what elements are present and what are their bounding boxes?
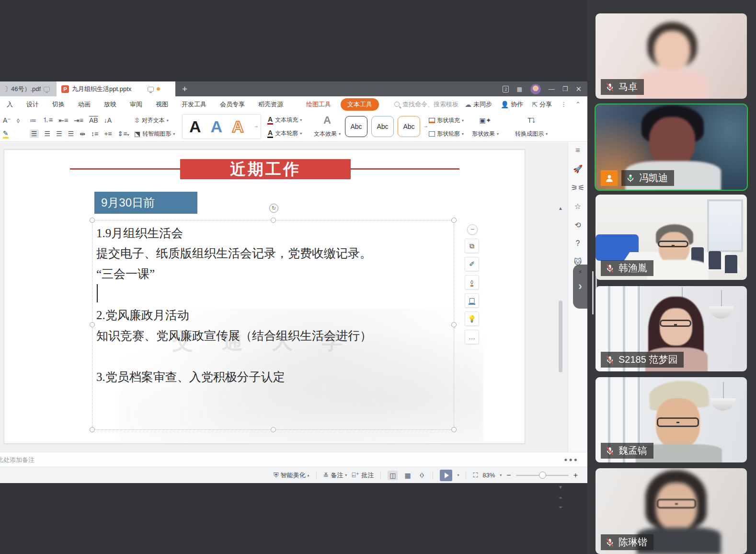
shape-outline-button[interactable]: 形状轮廓▾ <box>429 130 464 138</box>
normal-view-icon[interactable]: ◫ <box>388 471 398 480</box>
zoom-percent[interactable]: 83% <box>482 472 495 479</box>
collapse-ribbon-icon[interactable]: ⌃ <box>575 101 581 108</box>
shape-style-orange[interactable]: Abc <box>398 116 420 137</box>
close-button[interactable]: ✕ <box>575 85 582 93</box>
wordart-black-style[interactable]: A <box>189 118 201 135</box>
slide-body-line[interactable]: 提交电子、纸质版组织生活会记录，党费收缴记录。 <box>96 245 372 261</box>
selection-handle-top-right[interactable] <box>451 218 457 223</box>
shrink-font-icon[interactable]: A⁻ <box>3 116 11 124</box>
justify-icon[interactable]: ☰ <box>68 130 74 138</box>
notes-more-icon[interactable]: ●●● <box>564 452 579 467</box>
bullet-list-icon[interactable]: ≔ <box>30 116 36 124</box>
participant-tile[interactable]: 魏孟镐 <box>596 377 747 462</box>
scroll-up-icon[interactable]: ▲ <box>557 206 564 211</box>
apps-grid-icon[interactable]: ▦ <box>516 86 522 92</box>
wordart-blue-style[interactable]: A <box>211 118 223 135</box>
fill-color-icon[interactable]: ⬨ <box>465 275 479 289</box>
clear-format-icon[interactable]: ⬨ <box>17 116 20 125</box>
paragraph-spacing-icon[interactable]: +≡ <box>104 130 112 138</box>
participant-tile[interactable]: 马卓 <box>596 13 747 99</box>
slide-title-banner[interactable]: 近期工作 <box>180 159 351 179</box>
selection-handle-mid-right[interactable] <box>451 322 457 327</box>
notes-placeholder[interactable]: 此处添加备注 <box>0 456 34 463</box>
gallery-expand-icon[interactable]: ⊸ <box>254 125 258 129</box>
text-outline-button[interactable]: A 文本轮廓▾ <box>267 129 302 138</box>
minimize-button[interactable]: — <box>549 85 555 92</box>
scroll-down-icon[interactable]: ▼ <box>557 485 564 490</box>
zoom-out-button[interactable]: − <box>506 471 511 480</box>
selection-handle-bottom-left[interactable] <box>90 427 95 432</box>
new-tab-button[interactable]: + <box>182 84 187 94</box>
selection-handle-bottom-right[interactable] <box>451 427 457 432</box>
increase-indent-icon[interactable]: ⇥≡ <box>74 116 83 124</box>
menu-drawing-tools[interactable]: 绘图工具 <box>299 100 338 109</box>
align-right-icon[interactable]: ☰ <box>56 130 62 138</box>
sync-status[interactable]: ☁ 未同步 <box>465 100 492 109</box>
layers-icon[interactable]: ⧉ <box>465 239 479 253</box>
meeting-collapse-panel[interactable]: ⚡ › <box>573 265 587 309</box>
menu-text-tools-active[interactable]: 文本工具 <box>341 98 379 111</box>
slide-body-line[interactable]: 1.9月组织生活会 <box>96 225 183 241</box>
shape-style-black[interactable]: Abc <box>345 116 367 137</box>
decrease-indent-icon[interactable]: ⇤≡ <box>58 116 68 124</box>
format-painter-icon[interactable]: ✐ <box>465 257 479 271</box>
window-layout-icon[interactable]: 2 <box>503 86 509 92</box>
participant-tile[interactable]: 陈琳锴 <box>596 468 747 554</box>
distribute-icon[interactable]: ⇹ <box>80 130 85 138</box>
smart-graphic-button[interactable]: ⬔ 转智能图形▾ <box>134 130 175 138</box>
selection-handle-bottom-center[interactable] <box>271 427 276 432</box>
shape-style-blue[interactable]: Abc <box>371 116 394 137</box>
menu-resources[interactable]: 稻壳资源 <box>252 100 290 109</box>
fit-slide-icon[interactable]: ⛶ <box>473 471 478 479</box>
text-effect-button[interactable]: 文本效果▾ <box>314 130 341 138</box>
wordart-orange-style[interactable]: A <box>232 118 244 135</box>
menu-insert-partial[interactable]: 入 <box>0 100 20 109</box>
zoom-slider-knob[interactable] <box>539 472 546 479</box>
user-avatar[interactable] <box>530 84 541 94</box>
numbered-list-icon[interactable]: ⒈≡ <box>42 116 53 125</box>
start-slideshow-button[interactable] <box>440 470 452 481</box>
shape-style-gallery[interactable]: Abc Abc Abc ⊸ <box>345 116 427 137</box>
rotate-handle-icon[interactable]: ↻ <box>269 204 278 213</box>
slide-body-line[interactable]: 2.党风廉政月活动 <box>96 307 189 323</box>
notes-toggle-button[interactable]: ≚ 备注▾ <box>323 471 347 480</box>
spacing-options-icon[interactable]: ⇕≡▾ <box>118 130 129 138</box>
convert-diagram-button[interactable]: 转换成图示▾ <box>515 130 548 138</box>
zoom-slider[interactable] <box>516 475 569 476</box>
menu-slideshow[interactable]: 放映 <box>97 100 123 109</box>
more-menu-icon[interactable]: ⋮ <box>561 101 567 108</box>
participant-tile[interactable]: 韩渔胤 <box>596 195 747 280</box>
align-left-icon[interactable]: ☰ <box>30 129 39 138</box>
next-slide-icon[interactable]: ⏷ <box>557 505 564 510</box>
collapse-toolbar-icon[interactable]: − <box>467 224 478 235</box>
selection-handle-top-left[interactable] <box>90 218 95 223</box>
slide-sorter-view-icon[interactable]: ▦ <box>402 471 412 480</box>
shape-gallery-expand-icon[interactable]: ⊸ <box>424 125 427 129</box>
align-center-icon[interactable]: ☰ <box>45 130 51 138</box>
menu-animation[interactable]: 动画 <box>71 100 97 109</box>
slide-page[interactable]: 交通大学 近期工作 9月30日前 ↻ 1.9月组织生活会 提交电子、纸质版组织 <box>4 150 525 444</box>
selection-handle-mid-left[interactable] <box>90 322 95 327</box>
zoom-in-button[interactable]: + <box>573 471 578 480</box>
menu-member[interactable]: 会员专享 <box>213 100 252 109</box>
text-fill-button[interactable]: A 文本填充▾ <box>267 116 302 125</box>
slide-body-line[interactable]: “三会一课” <box>96 266 155 282</box>
slide-body-line[interactable]: 3.党员档案审查、入党积极分子认定 <box>96 369 285 385</box>
shape-effect-button[interactable]: 形状效果▾ <box>472 130 499 138</box>
panel-handle-icon[interactable]: ≡ <box>568 146 587 155</box>
smart-beautify-button[interactable]: ⛨ 智能美化▴ <box>274 471 309 480</box>
menu-design[interactable]: 设计 <box>20 100 46 109</box>
highlight-icon[interactable]: ✎ <box>3 129 9 138</box>
previous-slide-icon[interactable]: ⏶ <box>557 495 564 501</box>
line-spacing-icon[interactable]: ↕≡ <box>91 130 98 138</box>
shape-fill-button[interactable]: 形状填充▾ <box>429 116 464 125</box>
slide-body-line[interactable]: 知识竞赛、党风廉政宣传展（结合组织生活会进行） <box>96 328 372 344</box>
rocket-upgrade-icon[interactable]: 🚀 <box>568 164 587 173</box>
comments-button[interactable]: ⍇⁺ 批注 <box>352 471 374 480</box>
zoom-options-icon[interactable]: ▾ <box>500 473 502 477</box>
menu-developer[interactable]: 开发工具 <box>175 100 213 109</box>
outline-color-icon[interactable]: ▢ <box>465 293 479 308</box>
date-label-box[interactable]: 9月30日前 <box>94 192 197 214</box>
help-icon[interactable]: ? <box>568 239 587 248</box>
menu-review[interactable]: 审阅 <box>123 100 149 109</box>
